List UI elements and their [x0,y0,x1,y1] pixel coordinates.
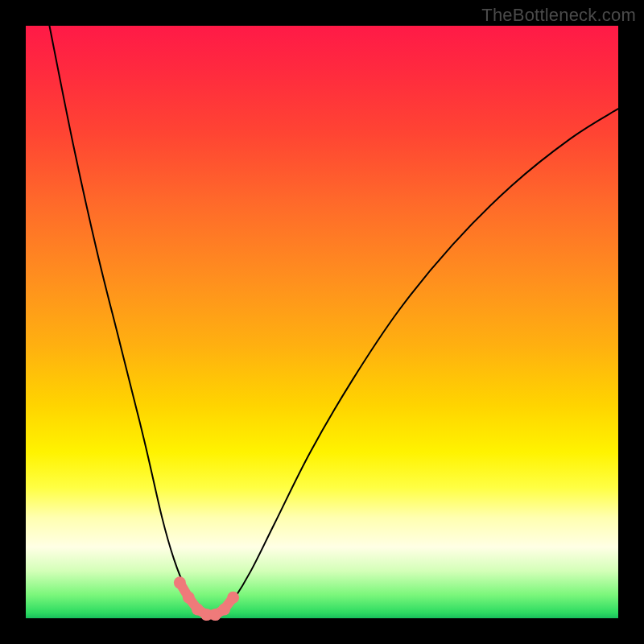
watermark-text: TheBottleneck.com [481,5,636,26]
data-dot [227,592,239,604]
data-dot [174,576,186,588]
curve-right-branch [221,109,618,615]
curve-left-branch [49,26,206,615]
chart-frame: TheBottleneck.com [0,0,644,644]
data-dot [218,603,230,615]
data-dot [183,592,195,604]
bottleneck-curve [26,26,618,618]
data-dots [174,576,239,621]
plot-area [26,26,618,618]
